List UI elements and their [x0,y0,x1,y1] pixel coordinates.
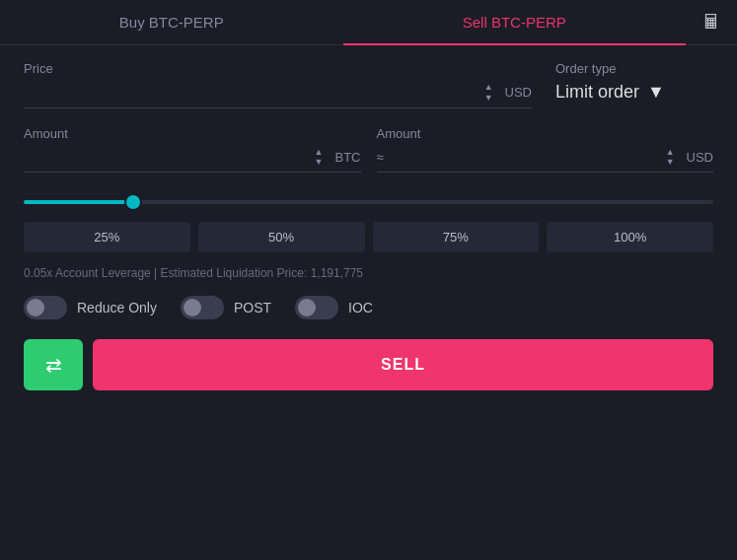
order-type-section: Order type Limit order ▼ [555,61,713,103]
order-type-select[interactable]: Limit order ▼ [555,82,713,103]
amount-usd-section: Amount ≈ 24172.86 ▲ ▼ USD [377,126,714,174]
pct-75-button[interactable]: 75% [373,222,540,252]
position-slider[interactable] [24,200,713,204]
pct-100-button[interactable]: 100% [547,222,713,252]
price-spinner[interactable]: ▲ ▼ [484,82,493,104]
calculator-icon: 🖩 [701,11,721,33]
amount-btc-input[interactable]: 0.3939 [24,147,315,168]
amount-btc-label: Amount [24,126,361,141]
swap-button[interactable]: ⇄ [24,339,83,390]
reduce-only-slider [24,296,67,319]
swap-icon: ⇄ [45,353,62,377]
pct-buttons-row: 25% 50% 75% 100% [24,222,713,252]
action-row: ⇄ SELL [24,339,713,390]
amount-usd-input-group: ≈ 24172.86 ▲ ▼ USD [377,147,714,174]
ioc-group: IOC [295,296,373,319]
amount-btc-spinner[interactable]: ▲ ▼ [315,147,324,169]
amount-usd-currency: USD [687,150,713,165]
toggles-row: Reduce Only POST IOC [24,296,713,319]
amount-btc-input-group: 0.3939 ▲ ▼ BTC [24,147,361,174]
reduce-only-toggle[interactable] [24,296,67,319]
chevron-down-icon: ▼ [647,82,665,103]
price-label: Price [24,61,532,76]
price-input[interactable]: 61368 [24,82,484,103]
tab-buy[interactable]: Buy BTC-PERP [0,0,343,44]
ioc-slider [295,296,338,319]
amount-btc-currency: BTC [335,150,361,165]
order-type-label: Order type [555,61,713,76]
ioc-label: IOC [348,300,373,315]
form-area: Price 61368 ▲ ▼ USD Order type Limit ord… [0,45,737,406]
amount-usd-label: Amount [377,126,714,141]
reduce-only-label: Reduce Only [77,300,157,315]
tab-sell[interactable]: Sell BTC-PERP [343,0,687,44]
ioc-toggle[interactable] [295,296,338,319]
post-slider [181,296,224,319]
order-type-value: Limit order [555,82,639,103]
post-toggle[interactable] [181,296,224,319]
amounts-row: Amount 0.3939 ▲ ▼ BTC Amount ≈ 24172.86 … [24,126,713,174]
post-label: POST [234,300,271,315]
sell-button[interactable]: SELL [93,339,713,390]
amount-btc-section: Amount 0.3939 ▲ ▼ BTC [24,126,361,174]
price-input-group: 61368 ▲ ▼ USD [24,82,532,108]
pct-25-button[interactable]: 25% [24,222,190,252]
trading-panel: Buy BTC-PERP Sell BTC-PERP 🖩 Price 61368… [0,0,737,560]
tab-bar: Buy BTC-PERP Sell BTC-PERP 🖩 [0,0,737,45]
post-group: POST [181,296,271,319]
price-order-row: Price 61368 ▲ ▼ USD Order type Limit ord… [24,61,713,108]
calculator-button[interactable]: 🖩 [686,1,737,43]
price-currency: USD [505,85,532,100]
reduce-only-group: Reduce Only [24,296,157,319]
leverage-info: 0.05x Account Leverage | Estimated Liqui… [24,266,713,280]
slider-container [24,190,713,208]
amount-usd-spinner[interactable]: ▲ ▼ [666,147,675,169]
pct-50-button[interactable]: 50% [198,222,365,252]
price-section: Price 61368 ▲ ▼ USD [24,61,532,108]
amount-usd-input[interactable]: 24172.86 [388,147,666,168]
approx-symbol: ≈ [377,150,384,165]
